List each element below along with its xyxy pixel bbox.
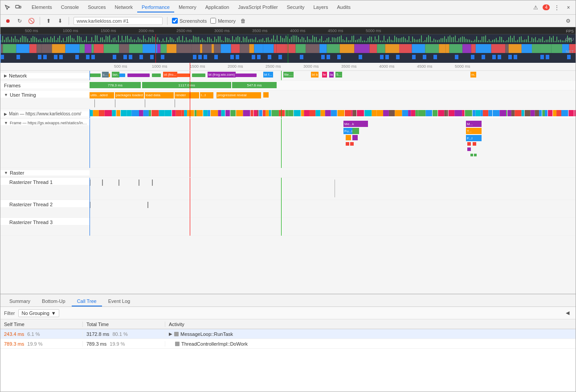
device-icon[interactable] <box>14 3 23 12</box>
ut-red-line <box>190 90 190 109</box>
total-pct-1: 80.1 % <box>112 331 127 337</box>
download-button[interactable]: ⬇ <box>56 17 64 25</box>
tab-elements[interactable]: Elements <box>27 3 57 12</box>
raster3-green-line <box>281 218 282 236</box>
main-tab-bar: Elements Console Sources Network Perform… <box>27 3 530 12</box>
tab-call-tree[interactable]: Call Tree <box>72 297 102 306</box>
raster1-tick-1 <box>90 180 90 186</box>
col-total-time[interactable]: Total Time <box>83 322 165 327</box>
memory-check[interactable]: Memory <box>210 18 236 24</box>
flame-row-network: ▶ Network <box>0 71 576 81</box>
more-options-icon[interactable]: ⋮ <box>552 3 561 12</box>
frames-header: Frames <box>0 83 90 88</box>
col-activity[interactable]: Activity <box>165 322 576 327</box>
toolbar-separator-3 <box>167 17 167 25</box>
tab-event-log[interactable]: Event Log <box>103 297 136 306</box>
upload-button[interactable]: ⬆ <box>45 17 53 25</box>
table-row-2[interactable]: 789.3 ms 19.9 % 789.3 ms 19.9 % ThreadCo… <box>0 339 576 349</box>
raster1-tick-3 <box>118 180 119 186</box>
tab-audits[interactable]: Audits <box>333 3 355 12</box>
user-timing-label: User Timing <box>10 92 36 98</box>
tab-security[interactable]: Security <box>282 3 309 12</box>
ut-utils-aded: utils...aded <box>90 92 114 98</box>
bottom-panel-collapse-button[interactable]: ◀ <box>563 309 572 318</box>
net-bar-4 <box>127 74 150 77</box>
devtools-window: Elements Console Sources Network Perform… <box>0 0 576 392</box>
performance-toolbar: ⏺ ↻ 🚫 ⬆ ⬇ www.karliekloss.com #1 Screens… <box>0 15 576 27</box>
raster2-green-line <box>281 200 282 218</box>
tab-summary[interactable]: Summary <box>4 297 36 306</box>
network-collapse-arrow[interactable]: ▶ <box>4 74 7 78</box>
grouping-select[interactable]: No Grouping ▼ <box>18 309 59 317</box>
filter-label: Filter <box>4 310 15 316</box>
clear-recording-button[interactable]: 🗑 <box>239 17 247 25</box>
raster3-label: Rasterizer Thread 3 <box>9 220 53 225</box>
ruler-4500: 4500 ms <box>328 29 343 33</box>
tab-layers[interactable]: Layers <box>309 3 332 12</box>
activity-expand-1[interactable]: ▶ <box>169 331 172 336</box>
frames-content: 778.3 ms 1117.0 ms 547.6 ms <box>90 81 576 90</box>
frame-content: Me...k Fu...ll M... T... F...l <box>90 119 576 168</box>
frame-red-line <box>190 119 190 168</box>
tab-memory[interactable]: Memory <box>174 3 201 12</box>
net-label-bt: bt f... <box>263 72 273 78</box>
raster1-tick-5 <box>152 180 153 186</box>
raster1-tick-2 <box>102 180 103 186</box>
main-label: Main — https://www.karliekloss.com/ <box>9 111 81 116</box>
tab-performance[interactable]: Performance <box>137 3 174 12</box>
raster1-header: Rasterizer Thread 1 <box>0 178 90 185</box>
settings-button[interactable]: ⚙ <box>564 17 572 25</box>
alert-icon[interactable]: ⚠ <box>531 3 540 12</box>
flame-row-raster-3: Rasterizer Thread 3 <box>0 218 576 236</box>
raster-arrow[interactable]: ▼ <box>4 171 8 175</box>
toolbar-separator-1 <box>40 17 40 25</box>
tab-application[interactable]: Application <box>201 3 234 12</box>
net-label-bt-b: bt b <box>311 72 319 78</box>
self-time-2: 789.3 ms <box>4 341 24 347</box>
flame-chart-area: 500 ms 1000 ms 1500 ms 2000 ms 2500 ms 3… <box>0 63 576 294</box>
frame-dot-1 <box>346 135 351 140</box>
frame-block-green <box>352 128 359 134</box>
ut-marker-4 <box>175 99 175 107</box>
cell-activity-1: ▶ MessageLoop::RunTask <box>165 331 576 337</box>
bottom-toolbar: Filter No Grouping ▼ ◀ <box>0 307 576 319</box>
flame-scroll[interactable]: ▶ Network <box>0 71 576 294</box>
ruler-4000: 4000 ms <box>290 29 306 33</box>
raster2-tick-1 <box>90 202 90 208</box>
frame-header: ▼ Frame — https://gs.wixapps.net/statics… <box>0 119 90 125</box>
network-content: c... lan. ot (fro... bt (frog.wix.com) b… <box>90 71 576 80</box>
svg-rect-0 <box>16 5 19 8</box>
total-time-1: 3172.8 ms <box>86 331 109 337</box>
table-header: Self Time Total Time Activity <box>0 319 576 329</box>
red-vline-1 <box>190 71 190 80</box>
tab-sources[interactable]: Sources <box>83 3 110 12</box>
memory-checkbox[interactable] <box>210 18 216 24</box>
main-arrow[interactable]: ▶ <box>4 112 7 116</box>
toolbar-separator-2 <box>69 17 69 25</box>
clear-button[interactable]: 🚫 <box>27 17 35 25</box>
tab-javascript-profiler[interactable]: JavaScript Profiler <box>233 3 282 12</box>
ruler-3000: 3000 ms <box>214 29 230 33</box>
net-label-frog: bt (frog.wix.com) <box>208 72 236 78</box>
tab-bottom-up[interactable]: Bottom-Up <box>37 297 71 306</box>
inspect-icon[interactable] <box>3 3 12 12</box>
ut-packages-loaded: packages loaded <box>115 92 144 98</box>
record-button[interactable]: ⏺ <box>4 17 12 25</box>
screenshots-check[interactable]: Screenshots <box>172 18 207 24</box>
ruler2-4000: 4000 ms <box>379 64 395 69</box>
user-timing-arrow[interactable]: ▼ <box>4 93 8 97</box>
raster1-green-line <box>281 178 282 200</box>
reload-button[interactable]: ↻ <box>16 17 24 25</box>
tab-console[interactable]: Console <box>57 3 83 12</box>
ruler2-1000: 1000 ms <box>152 64 167 69</box>
frame-arrow[interactable]: ▼ <box>4 121 8 125</box>
raster2-header: Rasterizer Thread 2 <box>0 200 90 207</box>
raster1-red-line <box>190 178 190 200</box>
tab-network[interactable]: Network <box>110 3 137 12</box>
close-icon[interactable]: × <box>564 3 573 12</box>
col-self-time[interactable]: Self Time <box>0 322 83 327</box>
grouping-label: No Grouping <box>21 310 49 316</box>
table-row-1[interactable]: 243.4 ms 6.1 % 3172.8 ms 80.1 % ▶ Messag… <box>0 329 576 339</box>
screenshots-checkbox[interactable] <box>172 18 178 24</box>
ut-marker-2 <box>115 99 115 107</box>
